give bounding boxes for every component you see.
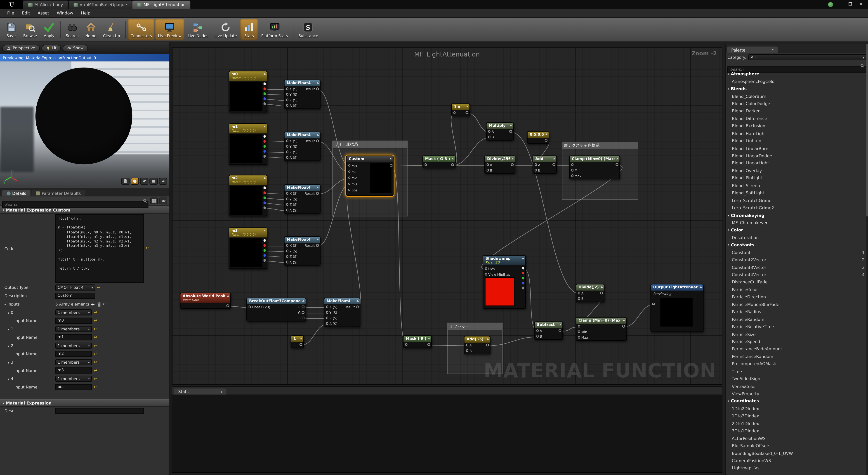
collapse-arrow-icon[interactable] [300, 338, 302, 339]
minimize-button[interactable]: ─ [837, 0, 843, 9]
add-node-pin-i0[interactable] [534, 164, 537, 166]
shadowmap[interactable]: ShadowmapParam2DUVsView MipBias [483, 255, 526, 309]
output-type-dropdown[interactable]: CMOT Float 4 ▾ [55, 284, 95, 291]
const-half-half[interactable]: 0.5,0.5 [527, 131, 549, 144]
palette-item[interactable]: ParticleDirection [726, 293, 868, 301]
m0-param-pin-o3[interactable] [263, 98, 266, 100]
palette-item[interactable]: TwoSidedSign [726, 375, 868, 383]
breakout-float3[interactable]: BreakOutFloat3ComponentsFloat3 (V3)RGB [246, 298, 306, 322]
custom-node-pin-i3[interactable] [348, 183, 350, 185]
makefloat4-1-pin-o0[interactable] [316, 88, 318, 90]
custom-node-pin-i2[interactable] [348, 177, 350, 179]
palette-category[interactable]: ▾Constants [726, 241, 868, 249]
input-name-field[interactable]: m1 [55, 334, 92, 340]
custom-node-pin-i1[interactable] [348, 170, 350, 173]
m3-param-pin-o0[interactable] [263, 239, 266, 242]
output-light-attenuation[interactable]: Output LightAttenuationPreviewing [651, 284, 704, 332]
const-one-pin-o0[interactable] [300, 344, 302, 346]
makefloat4-4[interactable]: MakeFloat4X (S)ResultY (S)Z (S)A (S) [284, 236, 320, 265]
home-button[interactable]: Home [82, 19, 100, 40]
reset-to-default-icon[interactable]: ↩ [94, 327, 97, 331]
mask-r-pin-i0[interactable] [405, 344, 407, 346]
palette-item[interactable]: ParticleColor [726, 286, 868, 293]
palette-item[interactable]: DistanceCullFade [726, 278, 868, 286]
reset-to-default-icon[interactable]: ↩ [94, 310, 97, 315]
makefloat4-4-pin-o0[interactable] [316, 244, 318, 247]
palette-item[interactable]: 1Dto2DIndex [726, 405, 868, 412]
unreal-logo[interactable]: U [0, 0, 23, 9]
divide-256-pin-i0[interactable] [486, 164, 489, 166]
palette-item[interactable]: Blend_ColorDodge [726, 100, 868, 107]
m2-param[interactable]: m2Param (0,0,0,0) [228, 175, 267, 217]
shadowmap-pin-o1[interactable] [522, 272, 524, 275]
makefloat4-1-pin-i1[interactable] [286, 93, 288, 96]
expander-icon[interactable]: ▾ [8, 361, 9, 364]
custom-node-pin-i4[interactable] [348, 189, 350, 191]
collapse-arrow-icon[interactable] [616, 158, 618, 159]
palette-item[interactable]: BlurSampleOffsets [726, 442, 868, 449]
palette-item[interactable]: Blend_Lighten [726, 137, 868, 145]
expander-icon[interactable]: ▾ [8, 327, 9, 331]
breakout-float3-pin-i0[interactable] [248, 306, 251, 308]
reset-to-default-icon[interactable]: ↩ [97, 285, 101, 290]
palette-item[interactable]: PrecomputedAOMask [726, 360, 868, 368]
palette-item[interactable]: Lerp_ScratchGrime2 [726, 204, 868, 212]
save-button[interactable]: Save [2, 19, 20, 40]
collapse-arrow-icon[interactable] [316, 82, 319, 84]
input-name-field[interactable]: m3 [55, 368, 92, 374]
menu-file[interactable]: File [3, 11, 18, 15]
breakout-float3-pin-o1[interactable] [302, 311, 304, 314]
input-name-field[interactable]: m0 [55, 318, 92, 324]
makefloat4-4-pin-i2[interactable] [286, 255, 288, 258]
material-graph-canvas[interactable]: MF_LightAttenuation Zoom -2 MATERIAL FUN… [172, 47, 722, 385]
members-dropdown[interactable]: 1 members▾ [55, 309, 92, 315]
makefloat4-4-pin-i1[interactable] [286, 250, 288, 252]
reset-to-default-icon[interactable]: ↩ [94, 344, 97, 348]
reset-to-default-icon[interactable]: ↩ [94, 377, 97, 381]
palette-item[interactable]: ParticleSize [726, 330, 868, 338]
collapse-arrow-icon[interactable] [553, 158, 555, 159]
makefloat4-3-pin-i0[interactable] [286, 192, 288, 195]
material-preview-viewport[interactable]: Z Y [0, 61, 169, 187]
m0-param-pin-o1[interactable] [263, 88, 266, 90]
add-node[interactable]: AddAB [532, 156, 557, 173]
clean-up-button[interactable]: Clean Up [100, 19, 123, 40]
m0-param[interactable]: m0Param (0,0,0,0) [228, 71, 267, 113]
lit-button[interactable]: Lit [41, 44, 61, 52]
palette-item[interactable]: Constant3Vector3 [726, 264, 868, 271]
members-dropdown[interactable]: 1 members▾ [55, 326, 92, 332]
shadowmap-pin-i1[interactable] [485, 273, 487, 276]
makefloat4-2-pin-i2[interactable] [286, 151, 288, 153]
expander-icon[interactable]: ▾ [8, 344, 9, 347]
connectors-button[interactable]: Connectors [128, 19, 155, 40]
makefloat4-4-pin-i0[interactable] [286, 244, 288, 247]
m1-param-pin-o3[interactable] [263, 150, 266, 153]
palette-item[interactable]: Blend_Exclusion [726, 122, 868, 130]
makefloat4-3-pin-i1[interactable] [286, 198, 288, 200]
expander-icon[interactable]: ▾ [8, 311, 9, 314]
makefloat4-1[interactable]: MakeFloat4X (S)ResultY (S)Z (S)A (S) [284, 80, 320, 109]
input-name-field[interactable]: pos [55, 384, 92, 390]
custom-node[interactable]: Customm0m1m2m3pos [346, 156, 394, 196]
property-matrix-button[interactable] [150, 197, 158, 204]
tab-stats[interactable]: Stats ▾ [174, 388, 227, 394]
collapse-arrow-icon[interactable] [466, 106, 468, 107]
clamp-1[interactable]: Clamp (Min=0) (Max=1)MinMax [569, 156, 620, 179]
divide-256-pin-i1[interactable] [486, 169, 489, 171]
palette-item[interactable]: Blend_PinLight [726, 175, 868, 182]
palette-item[interactable]: Constant4Vector4 [726, 271, 868, 279]
expander-icon[interactable]: ▾ [8, 377, 9, 381]
clamp-2[interactable]: Clamp (Min=0) (Max=1)MinMax [576, 317, 627, 341]
stats-output[interactable] [172, 394, 722, 473]
details-search-input[interactable] [2, 201, 149, 208]
palette-item[interactable]: Blend_LinearLight [726, 160, 868, 167]
collapse-arrow-icon[interactable] [316, 186, 319, 188]
palette-item[interactable]: ViewProperty [726, 390, 868, 398]
add-neg5-pin-i0[interactable] [466, 344, 468, 346]
makefloat4-3-pin-o0[interactable] [316, 192, 318, 195]
shadowmap-pin-o4[interactable] [522, 287, 524, 289]
add-neg5-pin-i1[interactable] [466, 349, 468, 352]
m1-param-pin-o1[interactable] [263, 140, 266, 143]
substance-button[interactable]: SSubstance [296, 19, 321, 40]
stats-button[interactable]: Stats [240, 19, 258, 40]
